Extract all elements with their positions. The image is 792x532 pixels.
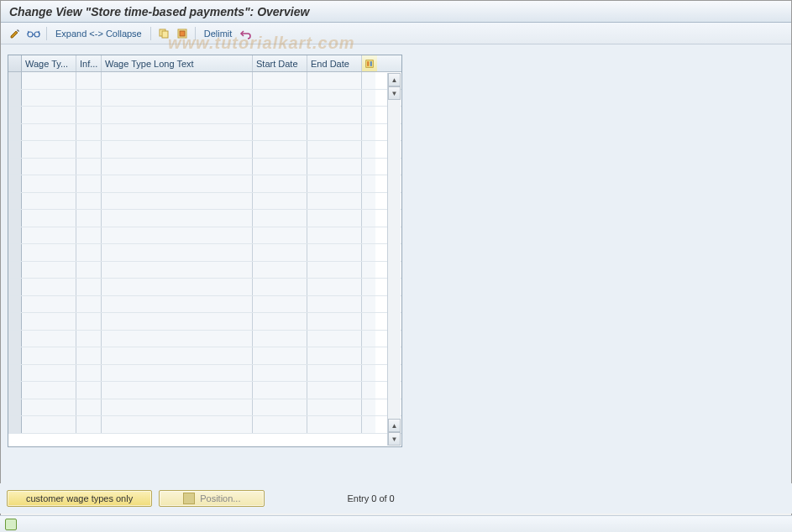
cell-inf[interactable]: [76, 262, 102, 279]
cell-start-date[interactable]: [253, 159, 307, 175]
cell-inf[interactable]: [76, 159, 102, 175]
table-row[interactable]: [8, 262, 401, 279]
row-selector[interactable]: [8, 227, 22, 244]
undo-icon[interactable]: [239, 26, 254, 41]
cell-wage-type-long[interactable]: [102, 193, 253, 210]
cell-inf[interactable]: [76, 331, 102, 347]
cell-wage-type[interactable]: [22, 175, 76, 192]
table-row[interactable]: [8, 210, 401, 227]
cell-wage-type-long[interactable]: [102, 90, 253, 107]
row-selector[interactable]: [8, 193, 22, 210]
cell-inf[interactable]: [76, 279, 102, 295]
cell-inf[interactable]: [76, 227, 102, 244]
cell-wage-type-long[interactable]: [102, 279, 253, 295]
table-row[interactable]: [8, 159, 401, 176]
cell-wage-type[interactable]: [22, 227, 76, 244]
cell-start-date[interactable]: [253, 90, 307, 107]
row-selector[interactable]: [8, 72, 22, 89]
row-selector[interactable]: [8, 347, 22, 364]
row-selector[interactable]: [8, 107, 22, 123]
cell-end-date[interactable]: [307, 382, 362, 399]
cell-inf[interactable]: [76, 382, 102, 399]
cell-end-date[interactable]: [307, 193, 362, 210]
table-row[interactable]: [8, 296, 401, 314]
cell-end-date[interactable]: [307, 175, 362, 192]
col-start-date[interactable]: Start Date: [253, 55, 307, 71]
row-selector[interactable]: [8, 416, 22, 433]
cell-end-date[interactable]: [307, 279, 362, 295]
cell-start-date[interactable]: [253, 141, 307, 158]
cell-wage-type-long[interactable]: [102, 416, 253, 433]
cell-end-date[interactable]: [307, 159, 362, 175]
cell-wage-type-long[interactable]: [102, 262, 253, 279]
cell-end-date[interactable]: [307, 347, 362, 364]
scroll-track[interactable]: [388, 100, 401, 419]
cell-start-date[interactable]: [253, 382, 307, 399]
table-row[interactable]: [8, 399, 401, 417]
scroll-up-button-2[interactable]: ▲: [388, 419, 401, 432]
row-selector[interactable]: [8, 141, 22, 158]
cell-wage-type-long[interactable]: [102, 296, 253, 313]
cell-wage-type-long[interactable]: [102, 210, 253, 227]
cell-end-date[interactable]: [307, 227, 362, 244]
row-selector[interactable]: [8, 175, 22, 192]
cell-inf[interactable]: [76, 175, 102, 192]
cell-wage-type-long[interactable]: [102, 365, 253, 382]
table-row[interactable]: [8, 416, 401, 434]
table-row[interactable]: [8, 90, 401, 107]
row-selector[interactable]: [8, 296, 22, 313]
cell-inf[interactable]: [76, 90, 102, 107]
cell-end-date[interactable]: [307, 210, 362, 227]
table-row[interactable]: [8, 107, 401, 124]
cell-inf[interactable]: [76, 210, 102, 227]
cell-wage-type[interactable]: [22, 382, 76, 399]
cell-wage-type-long[interactable]: [102, 382, 253, 399]
cell-inf[interactable]: [76, 399, 102, 416]
cell-wage-type[interactable]: [22, 416, 76, 433]
cell-end-date[interactable]: [307, 244, 362, 261]
cell-inf[interactable]: [76, 416, 102, 433]
cell-wage-type[interactable]: [22, 141, 76, 158]
cell-wage-type[interactable]: [22, 107, 76, 123]
cell-wage-type[interactable]: [22, 159, 76, 175]
cell-start-date[interactable]: [253, 210, 307, 227]
col-end-date[interactable]: End Date: [307, 55, 362, 71]
cell-inf[interactable]: [76, 141, 102, 158]
table-row[interactable]: [8, 331, 401, 348]
expand-collapse-button[interactable]: Expand <-> Collapse: [52, 29, 145, 39]
cell-start-date[interactable]: [253, 124, 307, 141]
cell-wage-type[interactable]: [22, 296, 76, 313]
glasses-icon[interactable]: [26, 26, 41, 41]
cell-start-date[interactable]: [253, 399, 307, 416]
cell-end-date[interactable]: [307, 416, 362, 433]
cell-wage-type-long[interactable]: [102, 141, 253, 158]
cell-start-date[interactable]: [253, 175, 307, 192]
row-selector[interactable]: [8, 262, 22, 279]
row-selector[interactable]: [8, 210, 22, 227]
copy-icon[interactable]: [156, 26, 171, 41]
cell-wage-type[interactable]: [22, 365, 76, 382]
row-selector[interactable]: [8, 159, 22, 175]
cell-start-date[interactable]: [253, 279, 307, 295]
row-selector[interactable]: [8, 313, 22, 330]
table-row[interactable]: [8, 227, 401, 245]
cell-inf[interactable]: [76, 72, 102, 89]
cell-wage-type[interactable]: [22, 399, 76, 416]
cell-start-date[interactable]: [253, 347, 307, 364]
cell-wage-type-long[interactable]: [102, 331, 253, 347]
delimit-button[interactable]: Delimit: [201, 29, 236, 39]
table-row[interactable]: [8, 124, 401, 142]
row-selector[interactable]: [8, 399, 22, 416]
cell-end-date[interactable]: [307, 331, 362, 347]
row-selector[interactable]: [8, 90, 22, 107]
cell-wage-type[interactable]: [22, 72, 76, 89]
row-selector[interactable]: [8, 382, 22, 399]
cell-wage-type[interactable]: [22, 193, 76, 210]
cell-wage-type-long[interactable]: [102, 399, 253, 416]
cell-wage-type-long[interactable]: [102, 159, 253, 175]
cell-wage-type[interactable]: [22, 124, 76, 141]
cell-inf[interactable]: [76, 296, 102, 313]
cell-start-date[interactable]: [253, 262, 307, 279]
col-wage-type[interactable]: Wage Ty...: [22, 55, 76, 71]
table-row[interactable]: [8, 365, 401, 383]
